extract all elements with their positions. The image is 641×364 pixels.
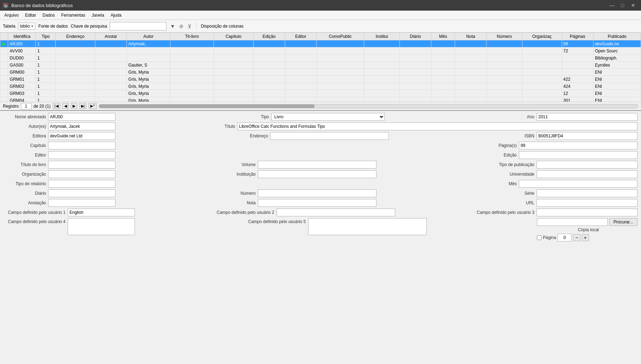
input-capitulo[interactable] <box>48 142 115 149</box>
table-cell[interactable] <box>214 69 253 76</box>
table-cell[interactable] <box>364 40 400 47</box>
pagina-checkbox[interactable] <box>537 235 541 240</box>
table-cell[interactable] <box>317 76 364 83</box>
table-cell[interactable] <box>285 47 316 55</box>
table-cell[interactable]: 1 <box>36 83 56 90</box>
table-cell[interactable]: 1 <box>36 40 56 47</box>
nav-new-button[interactable]: ▶* <box>89 103 96 109</box>
table-cell[interactable] <box>522 76 562 83</box>
record-number-input[interactable] <box>21 103 32 109</box>
table-cell[interactable] <box>56 55 95 62</box>
table-cell[interactable] <box>562 69 593 76</box>
row-arrow[interactable] <box>0 62 8 69</box>
input-campo4[interactable] <box>68 218 135 235</box>
table-row[interactable]: AVV00172Open Sourc <box>0 47 641 55</box>
menu-ferramentas[interactable]: Ferramentas <box>58 12 88 18</box>
table-cell[interactable] <box>170 62 214 69</box>
input-endereco[interactable] <box>270 132 389 140</box>
table-cell[interactable] <box>56 69 95 76</box>
table-cell[interactable] <box>399 47 431 55</box>
table-cell[interactable] <box>95 62 126 69</box>
table-cell[interactable]: Gris, Myria <box>127 69 170 76</box>
table-cell[interactable] <box>455 40 487 47</box>
table-cell[interactable]: 1 <box>36 90 56 97</box>
col-header-nota[interactable]: Nota <box>455 33 487 40</box>
input-nota[interactable] <box>258 199 376 207</box>
table-cell[interactable] <box>127 55 170 62</box>
table-cell[interactable] <box>170 47 214 55</box>
table-cell[interactable] <box>95 97 126 102</box>
table-cell[interactable] <box>214 40 253 47</box>
table-cell[interactable]: 1 <box>36 97 56 102</box>
table-cell[interactable] <box>431 76 455 83</box>
table-cell[interactable]: GRM03 <box>8 90 36 97</box>
table-cell[interactable] <box>455 97 487 102</box>
input-serie[interactable] <box>537 189 637 197</box>
table-cell[interactable]: 72 <box>562 47 593 55</box>
table-cell[interactable] <box>214 83 253 90</box>
input-paginas[interactable] <box>519 142 637 149</box>
input-campo2[interactable] <box>277 209 395 216</box>
table-row[interactable]: GAS001Gautier, SEyrolles <box>0 62 641 69</box>
table-cell[interactable]: Gautier, S <box>127 62 170 69</box>
table-cell[interactable]: Gris, Myria <box>127 97 170 102</box>
table-cell[interactable] <box>562 62 593 69</box>
table-cell[interactable] <box>214 55 253 62</box>
table-cell[interactable] <box>487 76 522 83</box>
nav-next-button[interactable]: ▶ <box>71 103 77 109</box>
col-header-editor[interactable]: Editor <box>285 33 316 40</box>
row-arrow[interactable] <box>0 69 8 76</box>
row-arrow[interactable] <box>0 97 8 102</box>
table-cell[interactable] <box>317 47 364 55</box>
table-cell[interactable] <box>317 97 364 102</box>
table-cell[interactable] <box>253 62 285 69</box>
table-cell[interactable] <box>253 90 285 97</box>
table-cell[interactable] <box>317 83 364 90</box>
table-cell[interactable] <box>522 69 562 76</box>
close-button[interactable]: ✕ <box>628 1 638 9</box>
table-cell[interactable] <box>56 47 95 55</box>
table-cell[interactable] <box>455 83 487 90</box>
table-cell[interactable] <box>56 40 95 47</box>
table-cell[interactable] <box>56 97 95 102</box>
table-cell[interactable]: 1 <box>36 55 56 62</box>
table-cell[interactable] <box>285 76 316 83</box>
table-cell[interactable] <box>431 90 455 97</box>
table-cell[interactable]: Gris, Myria <box>127 76 170 83</box>
input-campo1[interactable] <box>68 209 135 216</box>
table-cell[interactable] <box>56 90 95 97</box>
table-cell[interactable] <box>170 40 214 47</box>
table-cell[interactable] <box>317 40 364 47</box>
input-organizacao[interactable] <box>48 170 115 178</box>
input-editora[interactable] <box>48 132 115 140</box>
table-cell[interactable] <box>487 97 522 102</box>
table-cell[interactable] <box>487 69 522 76</box>
search-input[interactable] <box>110 22 166 30</box>
table-cell[interactable] <box>455 62 487 69</box>
table-row[interactable]: GRM021Gris, Myria424ENI <box>0 83 641 90</box>
table-cell[interactable] <box>455 55 487 62</box>
table-cell[interactable]: 422 <box>562 76 593 83</box>
input-ano[interactable] <box>537 113 637 121</box>
table-cell[interactable] <box>487 90 522 97</box>
table-cell[interactable]: GRM00 <box>8 69 36 76</box>
row-arrow[interactable] <box>0 90 8 97</box>
filter-icon[interactable]: ▼ <box>169 23 176 30</box>
input-edicao[interactable] <box>519 151 637 159</box>
table-cell[interactable] <box>214 62 253 69</box>
table-cell[interactable]: Artymiak, <box>127 40 170 47</box>
table-row[interactable]: GRM031Gris, Myria12ENI <box>0 90 641 97</box>
table-cell[interactable] <box>399 90 431 97</box>
nav-last-button[interactable]: ▶| <box>79 103 87 109</box>
table-cell[interactable] <box>127 47 170 55</box>
menu-dados[interactable]: Dados <box>40 12 58 18</box>
table-cell[interactable] <box>95 76 126 83</box>
table-cell[interactable] <box>364 97 400 102</box>
table-cell[interactable] <box>95 40 126 47</box>
table-cell[interactable]: 1 <box>36 62 56 69</box>
table-cell[interactable]: GAS00 <box>8 62 36 69</box>
maximize-button[interactable]: □ <box>618 1 628 9</box>
table-cell[interactable] <box>399 83 431 90</box>
input-editor[interactable] <box>48 151 115 159</box>
table-cell[interactable] <box>170 90 214 97</box>
